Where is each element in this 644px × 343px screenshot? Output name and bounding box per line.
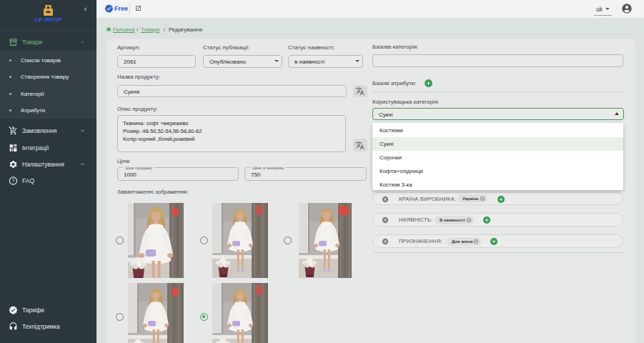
svg-text:?: ?	[12, 178, 15, 183]
